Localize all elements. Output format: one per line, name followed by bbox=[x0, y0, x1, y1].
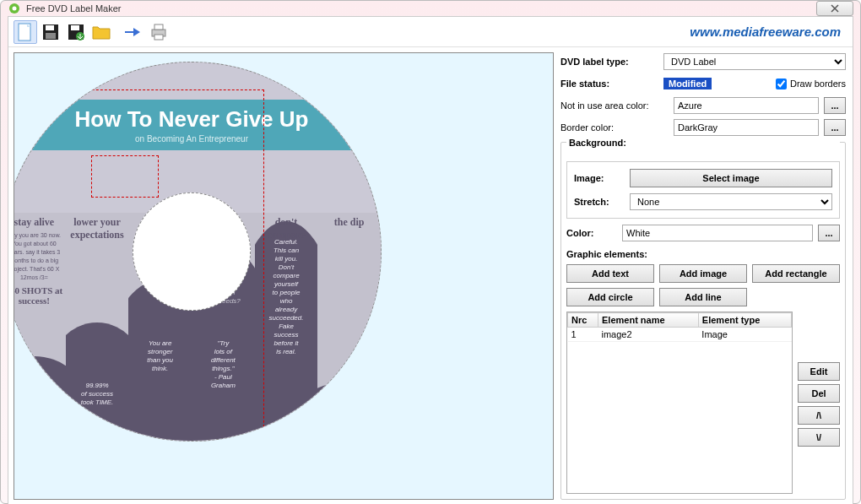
graphic-elements-label: Graphic elements: bbox=[566, 249, 840, 259]
draw-borders-label: Draw borders bbox=[790, 79, 846, 89]
col-foot: You are stronger than you think. bbox=[132, 339, 188, 373]
delete-button[interactable]: Del bbox=[798, 384, 840, 403]
col-foot: "Try lots of different things." - Paul G… bbox=[195, 339, 252, 390]
svg-point-1 bbox=[13, 7, 17, 11]
element-buttons: Add text Add image Add rectangle Add cir… bbox=[566, 264, 840, 306]
not-in-use-color-label: Not in use area color: bbox=[560, 100, 669, 111]
not-in-use-color-button[interactable]: ... bbox=[824, 97, 846, 114]
save-as-button[interactable] bbox=[64, 20, 88, 44]
select-image-button[interactable]: Select image bbox=[630, 169, 832, 187]
disc-title-band: How To Never Give Up on Becoming An Entr… bbox=[14, 100, 381, 150]
elements-table-wrap: Nrc Element name Element type 1 image2 I… bbox=[566, 312, 840, 494]
disc-subtitle: on Becoming An Entrepreneur bbox=[135, 134, 248, 144]
col-foot: 99.99% of success took TIME. bbox=[69, 382, 126, 407]
col-body: Careful. This can kill you. Don't compar… bbox=[258, 238, 315, 356]
save-button[interactable] bbox=[39, 20, 62, 44]
col-note: As alive still bbox=[14, 390, 62, 415]
side-panel: DVD label type: DVD Label File status: M… bbox=[560, 52, 847, 500]
color-label: Color: bbox=[566, 228, 617, 238]
app-icon bbox=[8, 2, 21, 15]
app-window: Free DVD Label Maker bbox=[0, 0, 861, 504]
color-value: White bbox=[622, 225, 813, 241]
draw-borders-checkbox[interactable]: Draw borders bbox=[776, 79, 846, 89]
edit-button[interactable]: Edit bbox=[798, 362, 840, 381]
col-head: stay alive bbox=[14, 216, 66, 229]
col-body: Say you are 30 now. You got about 60 yea… bbox=[14, 231, 62, 282]
cell-type: Image bbox=[698, 328, 791, 342]
disc-title: How To Never Give Up bbox=[75, 106, 309, 133]
border-color-label: Border color: bbox=[560, 122, 669, 133]
file-status-value: Modified bbox=[663, 78, 712, 89]
app-body: www.mediafreeware.com How To Never Give … bbox=[8, 16, 853, 504]
svg-rect-11 bbox=[154, 35, 163, 40]
cell-nrc: 1 bbox=[568, 328, 598, 342]
table-row[interactable]: 1 image2 Image bbox=[568, 328, 792, 342]
background-group-label: Background: bbox=[566, 138, 840, 148]
background-group: Background: Image: Select image Stretch:… bbox=[560, 142, 846, 500]
col-head: lower your expectations bbox=[66, 216, 129, 241]
col-nrc[interactable]: Nrc bbox=[568, 313, 598, 328]
border-color-value: DarkGray bbox=[674, 119, 819, 136]
add-circle-button[interactable]: Add circle bbox=[566, 288, 654, 306]
table-side-buttons: Edit Del /\ \/ bbox=[798, 312, 840, 494]
col-head: the dip bbox=[317, 216, 381, 229]
image-label: Image: bbox=[574, 173, 625, 183]
add-text-button[interactable]: Add text bbox=[566, 264, 654, 283]
add-image-button[interactable]: Add image bbox=[659, 264, 747, 283]
export-button[interactable] bbox=[122, 20, 145, 44]
col-foot: 240 SHOTS at success! bbox=[14, 285, 66, 306]
svg-rect-10 bbox=[154, 24, 163, 30]
website-link[interactable]: www.mediafreeware.com bbox=[690, 24, 847, 39]
move-up-button[interactable]: /\ bbox=[798, 406, 840, 425]
border-color-button[interactable]: ... bbox=[824, 119, 846, 136]
not-in-use-color-value: Azure bbox=[674, 97, 819, 114]
cell-name: image2 bbox=[598, 328, 699, 342]
open-button[interactable] bbox=[89, 20, 113, 44]
dvd-label-type-label: DVD label type: bbox=[560, 57, 658, 67]
toolbar: www.mediafreeware.com bbox=[8, 17, 853, 47]
svg-rect-7 bbox=[71, 25, 79, 30]
new-button[interactable] bbox=[14, 20, 37, 44]
window-title: Free DVD Label Maker bbox=[26, 3, 816, 14]
print-button[interactable] bbox=[147, 20, 171, 44]
svg-rect-5 bbox=[46, 33, 56, 39]
color-button[interactable]: ... bbox=[818, 225, 840, 241]
file-status-label: File status: bbox=[560, 79, 658, 89]
close-button[interactable] bbox=[816, 1, 853, 16]
add-line-button[interactable]: Add line bbox=[659, 288, 747, 306]
label-preview[interactable]: How To Never Give Up on Becoming An Entr… bbox=[14, 52, 554, 500]
col-type[interactable]: Element type bbox=[698, 313, 791, 328]
disc-hole bbox=[133, 192, 251, 311]
svg-rect-4 bbox=[46, 25, 54, 30]
stretch-label: Stretch: bbox=[574, 197, 625, 207]
content-area: How To Never Give Up on Becoming An Entr… bbox=[8, 47, 853, 504]
elements-table[interactable]: Nrc Element name Element type 1 image2 I… bbox=[566, 312, 793, 494]
draw-borders-input[interactable] bbox=[776, 79, 787, 89]
stretch-select[interactable]: None bbox=[630, 193, 832, 210]
background-subgroup: Image: Select image Stretch: None bbox=[566, 161, 840, 219]
dvd-label-type-select[interactable]: DVD Label bbox=[663, 53, 846, 70]
col-name[interactable]: Element name bbox=[598, 313, 699, 328]
selection-handle bbox=[91, 155, 159, 198]
add-rectangle-button[interactable]: Add rectangle bbox=[752, 264, 840, 283]
move-down-button[interactable]: \/ bbox=[798, 428, 840, 447]
titlebar: Free DVD Label Maker bbox=[1, 1, 860, 16]
disc-shape: How To Never Give Up on Becoming An Entr… bbox=[14, 62, 382, 442]
